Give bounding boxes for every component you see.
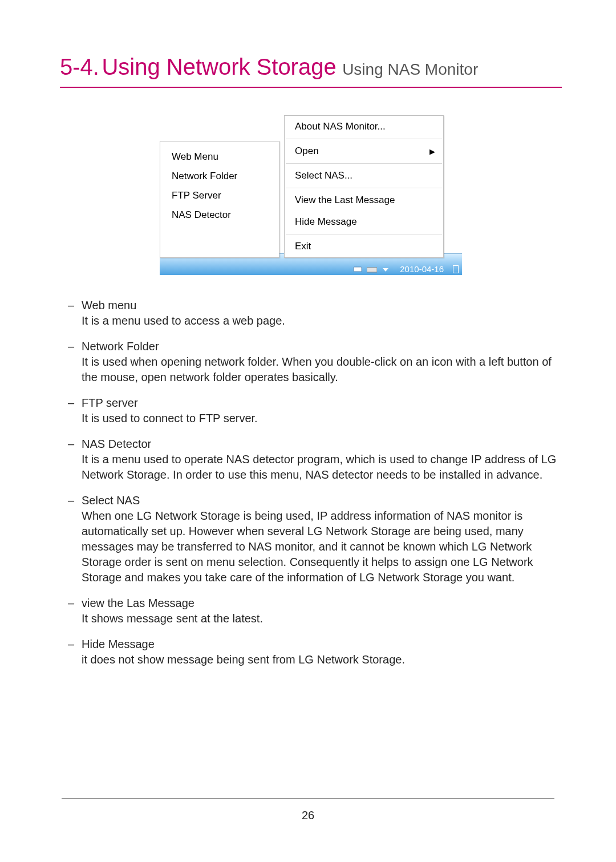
- menu-item-hide-message[interactable]: Hide Message: [285, 211, 443, 233]
- definition-desc: It is a menu used to operate NAS detecto…: [82, 452, 560, 483]
- main-title: Using Network Storage: [102, 54, 336, 79]
- definition-term: Select NAS: [82, 493, 560, 508]
- menu-separator: [286, 188, 442, 188]
- definition-desc: It is used to connect to FTP server.: [82, 411, 560, 426]
- definition-item: Network Folder It is used when opening n…: [67, 339, 560, 385]
- page-heading: 5-4. Using Network Storage Using NAS Mon…: [60, 54, 562, 88]
- definition-item: NAS Detector It is a menu used to operat…: [67, 436, 560, 483]
- definition-term: Network Folder: [82, 339, 560, 354]
- menu-item-select-nas[interactable]: Select NAS...: [285, 165, 443, 187]
- page-number: 26: [0, 809, 616, 822]
- svg-marker-2: [383, 268, 388, 272]
- menu-item-web-menu[interactable]: Web Menu: [160, 147, 279, 167]
- menu-item-exit[interactable]: Exit: [285, 236, 443, 257]
- definition-desc: It is a menu used to access a web page.: [82, 313, 560, 329]
- tray-keyboard-icon[interactable]: [367, 265, 377, 273]
- definition-desc: it does not show message being sent from…: [82, 652, 560, 667]
- menu-separator: [286, 234, 442, 234]
- svg-rect-0: [354, 267, 362, 272]
- menu-item-label: Open: [295, 145, 319, 156]
- definition-item: Web menu It is a menu used to access a w…: [67, 298, 560, 329]
- menu-item-about[interactable]: About NAS Monitor...: [285, 116, 443, 137]
- definition-desc: It is used when opening network folder. …: [82, 354, 560, 385]
- menu-item-view-last-message[interactable]: View the Last Message: [285, 189, 443, 211]
- menu-separator: [286, 139, 442, 139]
- definition-term: Web menu: [82, 298, 560, 313]
- sub-title: Using NAS Monitor: [342, 60, 478, 78]
- submenu-arrow-icon: ▶: [429, 147, 435, 156]
- definition-item: Select NAS When one LG Network Storage i…: [67, 493, 560, 585]
- tray-network-icon[interactable]: [353, 265, 363, 273]
- menu-item-network-folder[interactable]: Network Folder: [160, 167, 279, 186]
- definition-item: FTP server It is used to connect to FTP …: [67, 395, 560, 426]
- open-submenu: Web Menu Network Folder FTP Server NAS D…: [160, 141, 279, 258]
- definition-term: view the Las Message: [82, 596, 560, 611]
- tray-dropdown-icon[interactable]: [380, 265, 391, 273]
- menu-item-open[interactable]: Open ▶: [285, 140, 443, 162]
- definition-item: view the Las Message It shows message se…: [67, 596, 560, 626]
- context-menu: About NAS Monitor... Open ▶ Select NAS..…: [284, 115, 444, 258]
- definition-item: Hide Message it does not show message be…: [67, 637, 560, 667]
- section-number: 5-4.: [60, 54, 99, 79]
- menu-separator: [286, 163, 442, 164]
- definition-term: NAS Detector: [82, 436, 560, 452]
- definition-desc: It shows message sent at the latest.: [82, 611, 560, 626]
- page-footer: 26: [0, 798, 616, 822]
- definition-desc: When one LG Network Storage is being use…: [82, 508, 560, 585]
- svg-rect-1: [367, 268, 377, 272]
- screenshot-figure: Web Menu Network Folder FTP Server NAS D…: [160, 115, 462, 275]
- footer-rule: [62, 798, 554, 799]
- definition-term: FTP server: [82, 395, 560, 411]
- system-tray: 2010-04-16: [353, 264, 459, 274]
- tray-show-desktop[interactable]: [453, 265, 459, 273]
- definition-term: Hide Message: [82, 637, 560, 652]
- menu-item-ftp-server[interactable]: FTP Server: [160, 186, 279, 205]
- menu-item-nas-detector[interactable]: NAS Detector: [160, 205, 279, 225]
- definitions-list: Web menu It is a menu used to access a w…: [60, 298, 562, 667]
- tray-date[interactable]: 2010-04-16: [394, 264, 447, 274]
